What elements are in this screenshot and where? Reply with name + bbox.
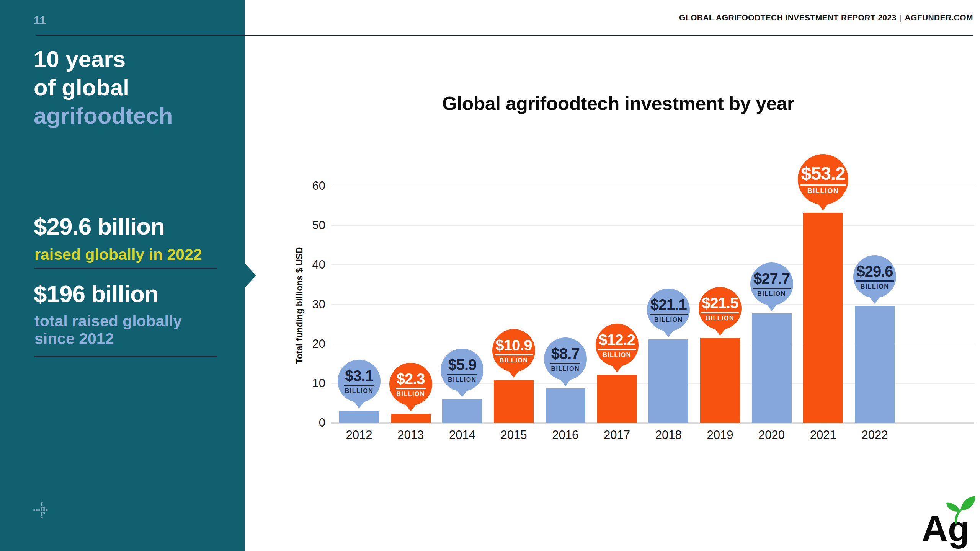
gridline-50 xyxy=(331,225,974,226)
gridline-60 xyxy=(331,186,974,186)
value-bubble-2012: $3.1BILLION xyxy=(338,360,381,403)
y-tick-60: 60 xyxy=(291,179,325,193)
agfunder-logo-text: Ag xyxy=(922,509,970,549)
bubble-suffix: BILLION xyxy=(551,366,580,372)
bubble-value: $27.7 xyxy=(753,271,791,289)
y-tick-0: 0 xyxy=(291,416,325,430)
bubble-suffix: BILLION xyxy=(706,315,735,321)
bubble-tail xyxy=(663,331,673,337)
bubble-suffix: BILLION xyxy=(603,352,631,358)
bar-2013 xyxy=(391,414,431,423)
logo-leaf-right xyxy=(961,496,975,510)
bubble-value: $29.6 xyxy=(856,264,893,282)
x-label-2022: 2022 xyxy=(844,428,905,442)
value-bubble-2021: $53.2BILLION xyxy=(798,154,848,205)
bubble-tail xyxy=(354,402,364,408)
bubble-tail xyxy=(509,371,519,378)
bar-2020 xyxy=(752,313,792,423)
bubble-tail xyxy=(612,366,622,372)
bubble-value: $2.3 xyxy=(396,371,426,389)
bar-2016 xyxy=(546,388,585,423)
agfunder-logo: Ag xyxy=(918,494,980,551)
bubble-tail xyxy=(870,297,880,304)
bubble-suffix: BILLION xyxy=(654,317,683,323)
bubble-tail xyxy=(818,204,828,210)
value-bubble-2019: $21.5BILLION xyxy=(699,287,742,330)
y-tick-10: 10 xyxy=(291,377,325,390)
bubble-suffix: BILLION xyxy=(448,377,477,383)
bar-2017 xyxy=(597,375,637,423)
bar-2012 xyxy=(339,411,379,423)
bubble-tail xyxy=(560,380,570,386)
bubble-suffix: BILLION xyxy=(396,391,425,397)
bubble-value: $12.2 xyxy=(598,332,636,350)
bubble-suffix: BILLION xyxy=(345,388,374,394)
y-tick-20: 20 xyxy=(291,337,325,351)
bubble-tail xyxy=(457,391,467,397)
bar-2015 xyxy=(494,380,534,423)
value-bubble-2022: $29.6BILLION xyxy=(853,255,896,298)
value-bubble-2017: $12.2BILLION xyxy=(596,324,639,367)
bubble-value: $53.2 xyxy=(800,165,846,186)
bubble-tail xyxy=(715,329,725,336)
bubble-value: $8.7 xyxy=(550,346,580,364)
bubble-value: $21.1 xyxy=(650,297,688,315)
value-bubble-2013: $2.3BILLION xyxy=(389,363,432,406)
value-bubble-2016: $8.7BILLION xyxy=(544,337,587,380)
value-bubble-2015: $10.9BILLION xyxy=(492,329,535,372)
bubble-tail xyxy=(406,405,416,411)
slide: 11 10 years of global agrifoodtech $29.6… xyxy=(0,0,980,551)
bubble-value: $10.9 xyxy=(495,337,533,355)
bar-2019 xyxy=(700,338,740,423)
bubble-value: $3.1 xyxy=(344,368,374,386)
bubble-suffix: BILLION xyxy=(861,284,889,290)
y-tick-40: 40 xyxy=(291,258,325,272)
y-tick-50: 50 xyxy=(291,218,325,232)
value-bubble-2020: $27.7BILLION xyxy=(750,262,793,305)
bar-2021 xyxy=(803,213,843,423)
bar-2014 xyxy=(442,399,482,423)
value-bubble-2014: $5.9BILLION xyxy=(441,349,483,391)
bubble-suffix: BILLION xyxy=(807,187,839,194)
bubble-tail xyxy=(767,305,777,311)
bubble-suffix: BILLION xyxy=(757,291,786,297)
y-tick-30: 30 xyxy=(291,298,325,311)
bubble-value: $5.9 xyxy=(447,357,477,375)
bubble-value: $21.5 xyxy=(701,295,739,313)
bubble-suffix: BILLION xyxy=(500,357,528,364)
bar-2022 xyxy=(855,306,895,423)
value-bubble-2018: $21.1BILLION xyxy=(647,289,690,331)
bar-chart: Total funding billions $ USD 01020304050… xyxy=(0,0,980,551)
bar-2018 xyxy=(648,339,688,423)
